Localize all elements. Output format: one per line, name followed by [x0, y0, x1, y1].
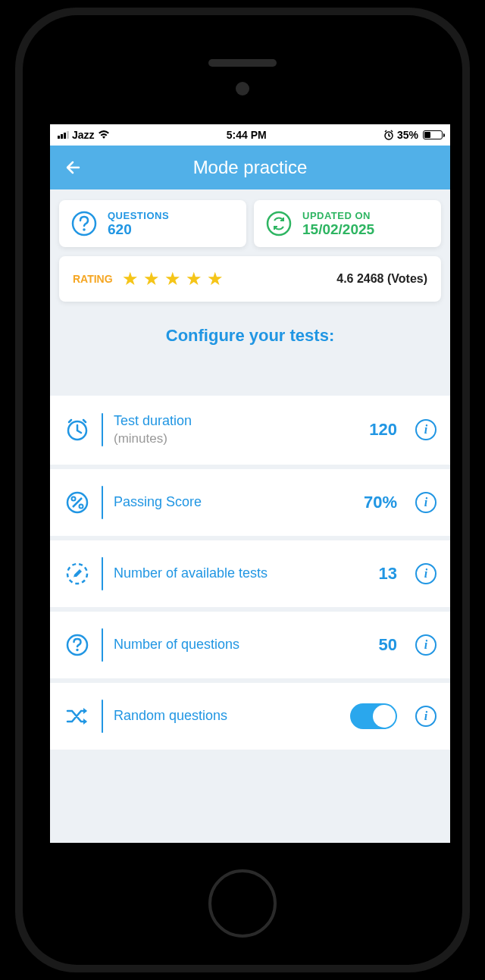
star-icon: ★ — [186, 268, 202, 290]
row-divider — [102, 486, 103, 519]
phone-bezel: Jazz 5:44 PM 35% — [23, 15, 462, 965]
random-toggle[interactable] — [350, 703, 397, 729]
home-button[interactable] — [208, 869, 277, 938]
svg-point-3 — [268, 212, 290, 235]
info-button[interactable]: i — [415, 563, 436, 584]
passing-label: Passing Score — [114, 493, 341, 511]
status-left: Jazz — [58, 129, 110, 141]
tests-value: 13 — [352, 564, 397, 584]
duration-value: 120 — [352, 420, 397, 440]
info-button[interactable]: i — [415, 634, 436, 656]
rating-score: 4.6 2468 (Votes) — [336, 272, 427, 286]
row-questions[interactable]: Number of questions 50 i — [50, 612, 450, 678]
random-label: Random questions — [114, 707, 340, 725]
svg-point-2 — [83, 228, 86, 231]
svg-point-7 — [80, 504, 83, 508]
svg-point-6 — [72, 496, 76, 500]
wifi-icon — [98, 130, 110, 139]
duration-sublabel: (minutes) — [114, 431, 167, 446]
duration-label-text: Test duration — [114, 413, 192, 428]
battery-icon — [423, 130, 443, 139]
percent-icon — [64, 489, 91, 516]
row-passing[interactable]: Passing Score 70% i — [50, 469, 450, 536]
edit-icon — [64, 560, 91, 587]
status-right: 35% — [383, 129, 443, 141]
row-tests[interactable]: Number of available tests 13 i — [50, 540, 450, 607]
star-icon: ★ — [122, 268, 139, 290]
duration-label: Test duration (minutes) — [114, 412, 341, 448]
page-title: Mode practice — [50, 157, 450, 178]
configure-heading: Configure your tests: — [59, 302, 441, 391]
phone-speaker — [208, 59, 277, 67]
rating-card: RATING ★ ★ ★ ★ ★ 4.6 2468 (Votes) — [59, 256, 441, 302]
screen: Jazz 5:44 PM 35% — [50, 124, 450, 843]
questions-value: 620 — [108, 221, 169, 238]
back-button[interactable] — [62, 156, 85, 179]
svg-point-11 — [76, 649, 78, 651]
info-button[interactable]: i — [415, 419, 436, 440]
question-icon — [64, 631, 91, 659]
question-circle-icon — [70, 209, 99, 238]
info-button[interactable]: i — [415, 706, 436, 727]
updated-card: UPDATED ON 15/02/2025 — [254, 200, 441, 247]
config-list: Test duration (minutes) 120 i Passing Sc… — [50, 396, 450, 750]
app-header: Mode practice — [50, 146, 450, 189]
star-icon: ★ — [164, 268, 181, 290]
questions-label: QUESTIONS — [108, 210, 169, 221]
status-bar: Jazz 5:44 PM 35% — [50, 124, 450, 146]
tests-label: Number of available tests — [114, 565, 341, 582]
signal-icon — [58, 131, 69, 139]
star-icon: ★ — [143, 268, 160, 290]
row-random: Random questions i — [50, 683, 450, 750]
info-button[interactable]: i — [415, 492, 436, 513]
updated-label: UPDATED ON — [302, 210, 374, 221]
status-time: 5:44 PM — [227, 129, 267, 141]
shuffle-icon — [64, 703, 91, 730]
passing-value: 70% — [352, 493, 397, 512]
clock-icon — [64, 416, 91, 443]
phone-camera — [236, 82, 249, 95]
svg-point-1 — [73, 212, 95, 235]
phone-frame: Jazz 5:44 PM 35% — [15, 8, 470, 972]
questions-card: QUESTIONS 620 — [59, 200, 246, 247]
alarm-icon — [383, 130, 394, 140]
row-divider — [102, 557, 103, 590]
battery-pct: 35% — [397, 129, 418, 141]
numq-value: 50 — [352, 635, 397, 655]
toggle-knob — [373, 705, 396, 728]
svg-line-8 — [73, 498, 82, 507]
star-icon: ★ — [207, 268, 224, 290]
row-duration[interactable]: Test duration (minutes) 120 i — [50, 396, 450, 465]
rating-label: RATING — [73, 273, 113, 285]
row-divider — [102, 700, 103, 733]
updated-value: 15/02/2025 — [302, 221, 374, 238]
carrier-label: Jazz — [72, 129, 95, 141]
numq-label: Number of questions — [114, 636, 341, 653]
info-section: QUESTIONS 620 UPDATED ON 15/02/2025 — [50, 189, 450, 396]
refresh-icon — [264, 209, 293, 238]
row-divider — [102, 628, 103, 662]
rating-stars: ★ ★ ★ ★ ★ — [122, 268, 224, 290]
row-divider — [102, 413, 103, 446]
